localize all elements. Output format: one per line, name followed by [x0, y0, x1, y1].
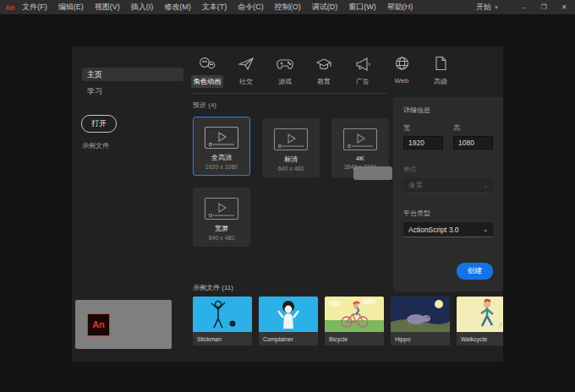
video-doc-icon: [342, 128, 378, 151]
menu-bar: 文件(F) 编辑(E) 视图(V) 插入(I) 修改(M) 文本(T) 命令(C…: [22, 2, 413, 13]
tooltip: [353, 166, 392, 180]
walkcycle-thumbnail: [457, 297, 503, 332]
units-select[interactable]: 像素 ⌄: [403, 178, 493, 193]
graduation-cap-icon: [315, 55, 332, 72]
preset-card-widescreen[interactable]: 宽屏 640 x 480: [193, 188, 250, 247]
menu-modify[interactable]: 修改(M): [164, 2, 191, 13]
create-button[interactable]: 创建: [457, 263, 493, 280]
sample-files-row: Stickman Complainer: [193, 297, 503, 347]
category-tabs: 角色动画 社交 游戏 教: [191, 55, 457, 88]
platform-select[interactable]: ActionScript 3.0 ⌄: [403, 222, 493, 237]
video-doc-icon: [204, 126, 239, 150]
tab-social[interactable]: 社交: [230, 55, 262, 88]
sidebar-item-learn[interactable]: 学习: [82, 84, 183, 98]
height-label: 高: [453, 123, 493, 133]
game-controller-icon: [277, 55, 293, 72]
titlebar: An 文件(F) 编辑(E) 视图(V) 插入(I) 修改(M) 文本(T) 命…: [0, 0, 575, 15]
menu-file[interactable]: 文件(F): [22, 2, 47, 13]
video-doc-icon: [273, 128, 309, 151]
hippo-thumbnail: [391, 297, 450, 332]
tab-education[interactable]: 教育: [308, 55, 340, 88]
menu-commands[interactable]: 命令(C): [238, 2, 264, 13]
platform-label: 平台类型: [403, 210, 430, 217]
globe-icon: [394, 55, 410, 72]
menu-view[interactable]: 视图(V): [95, 2, 120, 13]
presets-header: 预设 (4): [193, 101, 216, 110]
sample-card-stickman[interactable]: Stickman: [193, 297, 252, 346]
animate-logo: An: [87, 313, 110, 336]
bicycle-thumbnail: [325, 297, 384, 332]
megaphone-icon: [354, 55, 371, 72]
preset-card-sd[interactable]: 标清 640 x 480: [262, 118, 320, 177]
units-label: 单位: [403, 166, 417, 173]
tab-web[interactable]: Web: [386, 55, 418, 88]
open-button[interactable]: 打开: [81, 115, 117, 133]
width-label: 宽: [403, 123, 443, 133]
minimize-button[interactable]: –: [516, 3, 531, 11]
complainer-thumbnail: [259, 297, 318, 332]
stickman-thumbnail: [193, 297, 252, 332]
sample-card-bicycle[interactable]: Bicycle: [325, 297, 384, 346]
menu-text[interactable]: 文本(T): [202, 2, 227, 13]
faces-icon: [198, 55, 216, 72]
height-field[interactable]: [453, 136, 493, 150]
chevron-down-icon: ▼: [494, 5, 499, 10]
menu-control[interactable]: 控制(O): [275, 2, 301, 13]
close-button[interactable]: ✕: [556, 3, 572, 11]
tabs-divider: [191, 93, 387, 94]
details-header: 详细信息: [403, 106, 493, 115]
menu-insert[interactable]: 插入(I): [131, 2, 154, 13]
workspace-switcher[interactable]: 开始 ▼: [476, 2, 499, 13]
home-screen-panel: 主页 学习 打开 示例文件 角色动画 社交: [72, 46, 503, 362]
paper-plane-icon: [238, 55, 255, 72]
animate-logo: An: [5, 3, 14, 12]
chevron-down-icon: ⌄: [483, 182, 488, 189]
tab-ads[interactable]: 广告: [347, 55, 379, 88]
menu-help[interactable]: 帮助(H): [387, 2, 413, 13]
maximize-button[interactable]: ❐: [536, 3, 551, 11]
sample-card-walkcycle[interactable]: Walkcycle: [457, 297, 503, 346]
tab-advanced[interactable]: 高级: [424, 55, 457, 88]
width-field[interactable]: [403, 136, 443, 150]
menu-edit[interactable]: 编辑(E): [58, 2, 84, 13]
menu-debug[interactable]: 调试(D): [312, 2, 338, 13]
animate-brand-card: An: [75, 300, 172, 349]
chevron-down-icon: ⌄: [483, 226, 488, 233]
sample-card-hippo[interactable]: Hippo: [391, 297, 450, 346]
menu-window[interactable]: 窗口(W): [348, 2, 376, 13]
sidebar-samples-link[interactable]: 示例文件: [82, 141, 109, 150]
sidebar-item-home[interactable]: 主页: [82, 68, 183, 81]
sample-card-complainer[interactable]: Complainer: [259, 297, 318, 346]
samples-header: 示例文件 (11): [193, 283, 233, 292]
document-icon: [434, 55, 447, 72]
details-panel: 详细信息 宽 高 单位 像素 ⌄ 平台类型 ActionScript 3.0 ⌄: [393, 97, 503, 291]
video-doc-icon: [204, 197, 239, 220]
preset-card-fullhd[interactable]: 全高清 1920 x 1080: [193, 117, 250, 176]
tab-game[interactable]: 游戏: [269, 55, 301, 88]
tab-character-animation[interactable]: 角色动画: [191, 55, 223, 88]
scroll-next-chevron[interactable]: ›: [499, 318, 502, 330]
